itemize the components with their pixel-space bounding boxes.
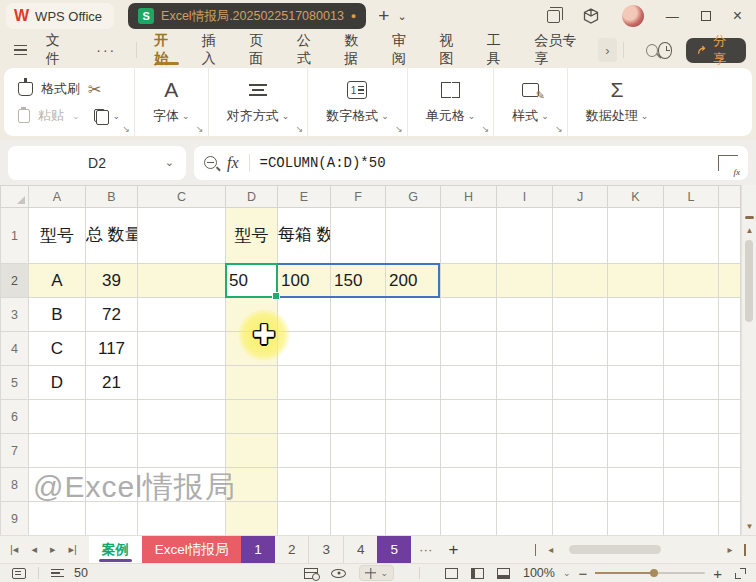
zoom-slider[interactable]: [595, 572, 705, 574]
cell-H1[interactable]: [441, 208, 497, 264]
cell-J9[interactable]: [553, 502, 608, 536]
merge-windows-icon[interactable]: [547, 10, 560, 23]
cell-C6[interactable]: [138, 400, 226, 434]
scroll-up-icon[interactable]: ▲: [742, 226, 756, 235]
name-box-chevron-icon[interactable]: ⌄: [165, 156, 174, 169]
cell-K1[interactable]: [608, 208, 664, 264]
cell-B4[interactable]: 117: [86, 332, 138, 366]
cell-L6[interactable]: [664, 400, 719, 434]
cell-H8[interactable]: [441, 468, 497, 502]
cell-L2[interactable]: [664, 264, 719, 298]
cell-D6[interactable]: [226, 400, 278, 434]
cell-C9[interactable]: [138, 502, 226, 536]
row-header-6[interactable]: 6: [1, 400, 29, 434]
row-header-4[interactable]: 4: [1, 332, 29, 366]
cell-J1[interactable]: [553, 208, 608, 264]
close-button[interactable]: ×: [733, 7, 742, 25]
cell-I2[interactable]: [497, 264, 553, 298]
col-header-G[interactable]: G: [386, 186, 441, 208]
add-sheet-button[interactable]: +: [440, 536, 466, 563]
cell-G4[interactable]: [386, 332, 441, 366]
col-header-A[interactable]: A: [29, 186, 86, 208]
copy-icon[interactable]: [94, 109, 105, 122]
table-tools-icon[interactable]: [304, 568, 318, 579]
col-header-partial[interactable]: [719, 186, 741, 208]
zoom-slider-knob[interactable]: [650, 569, 658, 577]
cell-E4[interactable]: [278, 332, 331, 366]
row-header-9[interactable]: 9: [1, 502, 29, 536]
menu-page-tab[interactable]: 页面: [238, 32, 286, 68]
first-sheet-icon[interactable]: |◂: [10, 543, 18, 556]
cell-L1[interactable]: [664, 208, 719, 264]
row-header-8[interactable]: 8: [1, 468, 29, 502]
search-icon[interactable]: [646, 44, 658, 57]
cell-L9[interactable]: [664, 502, 719, 536]
col-header-K[interactable]: K: [608, 186, 664, 208]
col-header-J[interactable]: J: [553, 186, 608, 208]
cell-J4[interactable]: [553, 332, 608, 366]
styles-group[interactable]: 样式⌄ ↘: [494, 68, 568, 136]
cell-G7[interactable]: [386, 434, 441, 468]
cell-K4[interactable]: [608, 332, 664, 366]
zoom-chevron-icon[interactable]: ⌄: [563, 568, 571, 578]
name-box[interactable]: D2 ⌄: [8, 146, 186, 180]
cell-K6[interactable]: [608, 400, 664, 434]
menu-data-tab[interactable]: 数据: [333, 32, 381, 68]
menu-tools-tab[interactable]: 工具: [476, 32, 524, 68]
row-header-7[interactable]: 7: [1, 434, 29, 468]
cell-G8[interactable]: [386, 468, 441, 502]
split-handle[interactable]: [745, 216, 754, 219]
cell-L7[interactable]: [664, 434, 719, 468]
cell-L4[interactable]: [664, 332, 719, 366]
cell-M7[interactable]: [719, 434, 741, 468]
format-painter-button[interactable]: 格式刷: [41, 80, 80, 98]
formula-input[interactable]: fx =COLUMN(A:D)*50: [194, 146, 748, 180]
cell-F3[interactable]: [331, 298, 386, 332]
cell-H7[interactable]: [441, 434, 497, 468]
cell-H4[interactable]: [441, 332, 497, 366]
menu-formula-tab[interactable]: 公式: [286, 32, 334, 68]
cell-C3[interactable]: [138, 298, 226, 332]
outline-icon[interactable]: [51, 569, 64, 578]
new-tab-button[interactable]: +: [378, 5, 389, 27]
cell-M3[interactable]: [719, 298, 741, 332]
horizontal-scrollbar[interactable]: [565, 545, 715, 554]
alignment-group[interactable]: 对齐方式⌄ ↘: [209, 68, 309, 136]
cell-G6[interactable]: [386, 400, 441, 434]
col-header-B[interactable]: B: [86, 186, 138, 208]
cell-H6[interactable]: [441, 400, 497, 434]
cell-B8[interactable]: [86, 468, 138, 502]
cell-M9[interactable]: [719, 502, 741, 536]
cell-D1[interactable]: 型号: [226, 208, 278, 264]
horizontal-scrollbar-thumb[interactable]: [569, 545, 661, 554]
number-format-group[interactable]: 1 数字格式⌄ ↘: [308, 68, 408, 136]
hamburger-menu-icon[interactable]: [14, 45, 27, 55]
cell-D5[interactable]: [226, 366, 278, 400]
cell-I1[interactable]: [497, 208, 553, 264]
cell-I5[interactable]: [497, 366, 553, 400]
cell-K7[interactable]: [608, 434, 664, 468]
cell-H3[interactable]: [441, 298, 497, 332]
next-sheet-icon[interactable]: ▸: [50, 543, 56, 556]
cell-F7[interactable]: [331, 434, 386, 468]
document-tab[interactable]: S Excel情报局.2025022517080013 ●: [128, 3, 366, 29]
user-avatar[interactable]: [622, 5, 644, 27]
col-header-D[interactable]: D: [226, 186, 278, 208]
fullscreen-icon[interactable]: [735, 568, 746, 579]
scroll-down-icon[interactable]: ▼: [742, 522, 756, 531]
zoom-in-button[interactable]: +: [713, 565, 722, 582]
cell-C8[interactable]: [138, 468, 226, 502]
cell-B7[interactable]: [86, 434, 138, 468]
cell-C5[interactable]: [138, 366, 226, 400]
cell-M8[interactable]: [719, 468, 741, 502]
cell-F2[interactable]: 150: [331, 264, 386, 298]
formula-text[interactable]: =COLUMN(A:D)*50: [260, 155, 708, 171]
maximize-button[interactable]: [701, 11, 711, 21]
menu-member-tab[interactable]: 会员专享: [523, 32, 596, 68]
sheet-tab-1[interactable]: 1: [241, 536, 275, 563]
cell-J6[interactable]: [553, 400, 608, 434]
minimize-button[interactable]: —: [666, 9, 679, 24]
cell-J3[interactable]: [553, 298, 608, 332]
prev-sheet-icon[interactable]: ◂: [31, 543, 37, 556]
vertical-scrollbar-thumb[interactable]: [745, 240, 753, 322]
